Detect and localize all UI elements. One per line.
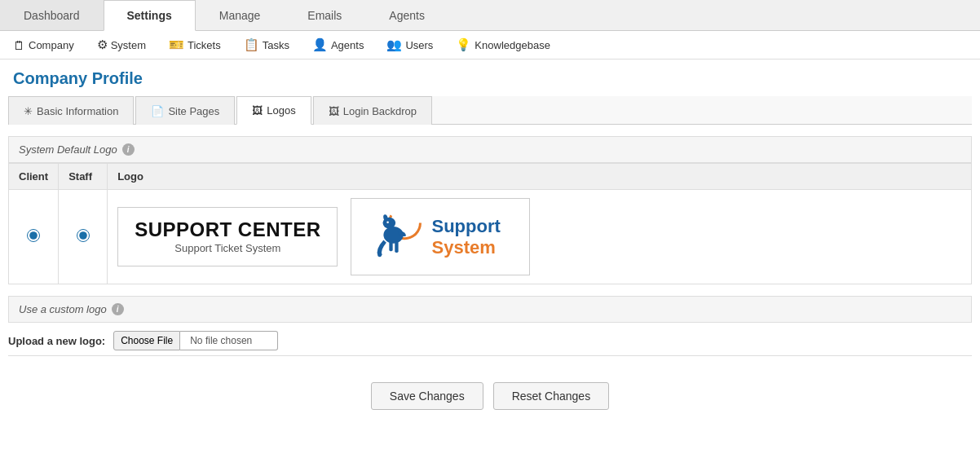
nav-knowledgebase-label: Knowledgebase [475, 39, 550, 51]
nav-tasks-label: Tasks [263, 39, 289, 51]
tab-logos-label: Logos [267, 104, 295, 117]
tab-logos[interactable]: 🖼 Logos [236, 96, 311, 125]
tab-settings[interactable]: Settings [104, 0, 196, 31]
nav-knowledgebase[interactable]: 💡 Knowledgebase [451, 36, 555, 54]
system-word: System [431, 237, 495, 258]
tab-emails[interactable]: Emails [284, 0, 365, 30]
tab-site-pages-label: Site Pages [168, 105, 219, 117]
custom-logo-header: Use a custom logo i [8, 296, 972, 323]
page-title: Company Profile [0, 59, 980, 96]
nav-tasks[interactable]: 📋 Tasks [239, 36, 294, 54]
tab-dashboard[interactable]: Dashboard [0, 0, 104, 30]
logo-box-1: SUPPORT CENTER Support Ticket System [117, 207, 338, 266]
logo-table: Client Staff Logo SUPPORT CENTER [8, 163, 972, 284]
client-radio-input[interactable] [27, 229, 40, 242]
nav-system[interactable]: ⚙ System [92, 36, 151, 54]
upload-row: Upload a new logo: Choose File No file c… [8, 323, 972, 356]
nav-system-label: System [111, 39, 146, 51]
choose-file-button[interactable]: Choose File [113, 331, 180, 350]
logos-icon: 🖼 [252, 104, 263, 117]
system-default-logo-info-icon[interactable]: i [122, 143, 135, 156]
col-staff: Staff [59, 164, 108, 190]
basic-information-icon: ✳ [24, 105, 33, 117]
tab-agents[interactable]: Agents [365, 0, 448, 30]
company-icon: 🗒 [13, 38, 25, 52]
custom-logo-section: Use a custom logo i Upload a new logo: C… [8, 296, 972, 356]
system-default-logo-label: System Default Logo [19, 143, 117, 156]
custom-logo-label: Use a custom logo [19, 303, 107, 315]
support-word: Support [431, 216, 500, 236]
bottom-buttons: Save Changes Reset Changes [0, 368, 980, 418]
col-logo: Logo [108, 164, 972, 190]
logo-display-cell: SUPPORT CENTER Support Ticket System [108, 190, 972, 284]
kangaroo-svg [368, 210, 425, 263]
logo-main-text: SUPPORT CENTER [135, 219, 320, 240]
nav-agents-label: Agents [331, 39, 364, 51]
tab-row: ✳ Basic Information 📄 Site Pages 🖼 Logos… [8, 96, 972, 125]
top-navigation: Dashboard Settings Manage Emails Agents [0, 0, 980, 31]
table-header-row: Client Staff Logo [9, 164, 972, 190]
nav-users[interactable]: 👥 Users [382, 36, 438, 54]
nav-company-label: Company [29, 39, 74, 51]
logo-sub-text: Support Ticket System [135, 242, 320, 254]
nav-users-label: Users [405, 39, 433, 51]
svg-point-6 [387, 221, 390, 223]
content-area: System Default Logo i Client Staff Logo [8, 136, 972, 356]
file-name-display: No file chosen [180, 331, 278, 350]
tab-basic-information[interactable]: ✳ Basic Information [8, 96, 134, 125]
tab-basic-information-label: Basic Information [37, 105, 118, 117]
logo-cell: SUPPORT CENTER Support Ticket System [117, 198, 961, 275]
client-radio-cell [9, 190, 59, 284]
staff-radio-input[interactable] [77, 229, 90, 242]
tickets-icon: 🎫 [169, 37, 184, 52]
system-default-logo-header: System Default Logo i [8, 136, 972, 163]
staff-radio-cell [59, 190, 108, 284]
logo-box-2: Support System [351, 198, 530, 275]
save-button[interactable]: Save Changes [371, 382, 483, 410]
second-navigation: 🗒 Company ⚙ System 🎫 Tickets 📋 Tasks 👤 A… [0, 31, 980, 59]
login-backdrop-icon: 🖼 [329, 105, 339, 117]
logo2-text: Support System [431, 216, 500, 258]
nav-tickets[interactable]: 🎫 Tickets [164, 36, 226, 54]
svg-rect-3 [395, 241, 399, 253]
tasks-icon: 📋 [244, 37, 259, 52]
svg-rect-4 [390, 241, 393, 251]
agents-icon: 👤 [312, 37, 328, 52]
table-row: SUPPORT CENTER Support Ticket System [9, 190, 972, 284]
site-pages-icon: 📄 [151, 105, 164, 117]
col-client: Client [9, 164, 59, 190]
knowledgebase-icon: 💡 [456, 37, 471, 52]
nav-tickets-label: Tickets [188, 39, 221, 51]
tab-manage[interactable]: Manage [196, 0, 285, 30]
nav-company[interactable]: 🗒 Company [8, 37, 79, 54]
tab-login-backdrop[interactable]: 🖼 Login Backdrop [313, 96, 432, 125]
nav-agents[interactable]: 👤 Agents [307, 36, 369, 54]
custom-logo-info-icon[interactable]: i [112, 303, 124, 315]
tab-login-backdrop-label: Login Backdrop [343, 105, 417, 117]
file-input-wrapper: Choose File No file chosen [113, 331, 278, 350]
system-icon: ⚙ [97, 37, 108, 52]
users-icon: 👥 [386, 37, 402, 52]
tab-site-pages[interactable]: 📄 Site Pages [135, 96, 235, 125]
upload-label: Upload a new logo: [8, 335, 105, 347]
reset-button[interactable]: Reset Changes [493, 382, 610, 410]
